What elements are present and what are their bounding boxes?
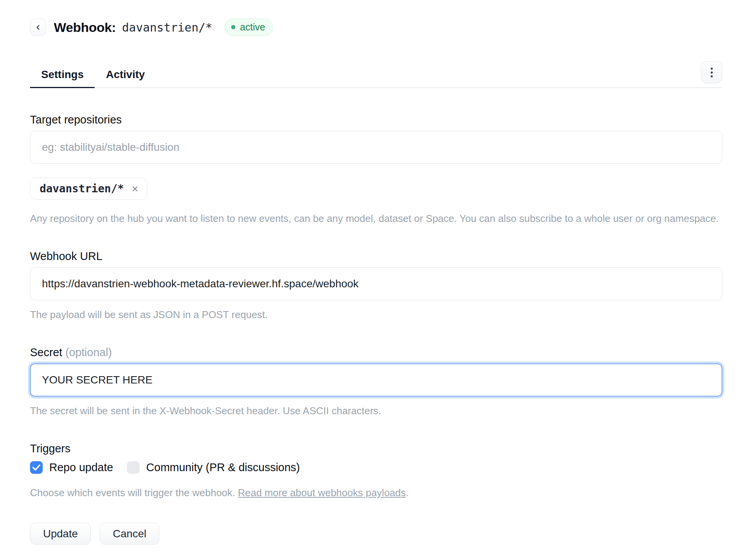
webhook-url-input[interactable] — [30, 267, 722, 300]
page-title: Webhook: — [54, 20, 116, 35]
trigger-community[interactable]: Community (PR & discussions) — [127, 461, 300, 474]
remove-tag-icon[interactable]: × — [132, 183, 138, 195]
more-options-button[interactable] — [701, 61, 722, 83]
repo-tag: davanstrien/* × — [30, 178, 147, 200]
secret-input[interactable] — [30, 363, 722, 397]
status-badge-label: active — [240, 22, 265, 33]
tab-bar: Settings Activity — [30, 68, 722, 88]
cancel-button[interactable]: Cancel — [100, 523, 159, 545]
checkbox-community[interactable] — [127, 461, 140, 474]
tag-row: davanstrien/* × — [30, 178, 722, 200]
secret-optional-label: (optional) — [65, 346, 112, 358]
checkbox-repo-update[interactable] — [30, 461, 43, 474]
webhook-settings-page: ‹ Webhook: davanstrien/* active Settings… — [0, 0, 740, 560]
webhook-name: davanstrien/* — [122, 21, 212, 34]
triggers-help: Choose which events will trigger the web… — [30, 487, 722, 499]
active-dot-icon — [231, 25, 235, 29]
status-badge: active — [225, 18, 273, 36]
target-repositories-label: Target repositories — [30, 113, 722, 126]
back-button[interactable]: ‹ — [30, 18, 46, 36]
secret-label: Secret (optional) — [30, 346, 722, 359]
page-header: ‹ Webhook: davanstrien/* active — [30, 18, 722, 36]
trigger-repo-update[interactable]: Repo update — [30, 461, 113, 474]
target-repositories-help: Any repository on the hub you want to li… — [30, 213, 722, 225]
update-button[interactable]: Update — [30, 523, 91, 545]
kebab-menu-icon — [711, 68, 713, 70]
triggers-label: Triggers — [30, 442, 722, 455]
secret-help: The secret will be sent in the X-Webhook… — [30, 405, 722, 417]
repo-tag-label: davanstrien/* — [40, 182, 124, 195]
webhook-url-help: The payload will be sent as JSON in a PO… — [30, 309, 722, 321]
webhook-url-label: Webhook URL — [30, 250, 722, 263]
webhooks-payloads-link[interactable]: Read more about webhooks payloads — [238, 487, 406, 498]
tab-settings[interactable]: Settings — [30, 68, 95, 87]
trigger-options: Repo update Community (PR & discussions) — [30, 461, 722, 474]
trigger-community-label: Community (PR & discussions) — [146, 461, 300, 474]
chevron-left-icon: ‹ — [36, 21, 40, 32]
target-repositories-input[interactable] — [30, 131, 722, 164]
checkmark-icon — [32, 464, 40, 471]
tab-activity[interactable]: Activity — [95, 68, 156, 87]
form-actions: Update Cancel — [30, 523, 722, 545]
trigger-repo-update-label: Repo update — [49, 461, 113, 474]
